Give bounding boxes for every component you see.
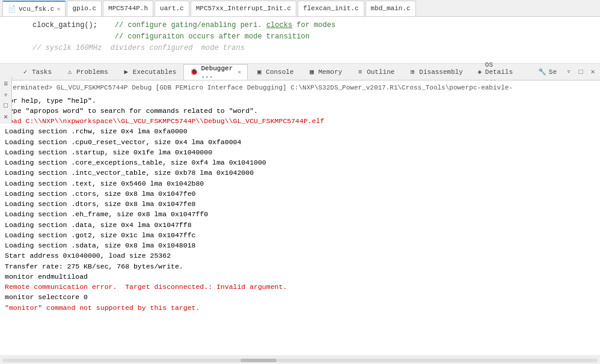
editor-tab-gpio[interactable]: gpio.c [67,1,102,16]
console-line-15: Start address 0x1040000, load size 25362 [5,250,595,261]
editor-tab-mbd-main[interactable]: mbd_main.c [366,1,416,16]
problems-icon: ⚠ [66,68,74,76]
console-line-8: Loading section .text, size 0x5460 lma 0… [5,178,595,189]
left-toolbar: ≡ ▿ □ ✕ [0,77,12,124]
panel-tab-disassembly[interactable]: ⊞ Disassembly [402,64,470,80]
console-icon: ▣ [255,68,263,76]
scrollbar-thumb[interactable] [240,359,277,362]
panel-tab-executables[interactable]: ▶ Executables [115,64,183,80]
panel-tab-outline-label: Outline [367,68,394,76]
editor-tabs-bar: 📄 vcu_fsk.c ✕ gpio.c MPC5744P.h uart.c M… [0,0,600,17]
osdetails-icon: ◈ [477,68,483,76]
console-line-10: Loading section .dtors, size 0x8 lma 0x1… [5,199,595,209]
minimize-button[interactable]: ▿ [564,67,574,77]
panel-tab-debugger-label: Debugger ... [201,65,233,79]
tab-label: vcu_fsk.c [19,5,54,13]
left-icon-4[interactable]: ✕ [1,112,11,121]
panel-tab-problems-label: Problems [76,68,108,76]
code-line-3: // sysclk 160MHz dividers configured mod… [0,42,600,53]
console-line-2: load C:\\NXP\\nxpworkspace\\GL_VCU_FSKMP… [5,116,595,126]
console-line-16: Transfer rate: 275 KB/sec, 768 bytes/wri… [5,261,595,271]
editor-tab-mpc57xx[interactable]: MPC57xx_Interrupt_Init.c [191,1,296,16]
tab-label: mbd_main.c [371,5,411,12]
console-line-0: For help, type "help". [5,96,595,106]
panel-tab-tasks[interactable]: ✓ Tasks [14,64,58,80]
code-line-2: // configuraiton occurs after mode trans… [0,31,600,42]
panel-tab-console-label: Console [266,68,293,76]
panel-tabs-row: ✓ Tasks ⚠ Problems ▶ Executables 🐞 Debug… [0,64,600,80]
editor-tab-vcu-fsk[interactable]: 📄 vcu_fsk.c ✕ [2,1,66,16]
outline-icon: ≡ [356,68,364,76]
panel-tab-outline[interactable]: ≡ Outline [349,64,401,80]
tab-label: gpio.c [72,5,96,12]
panel-tab-memory-label: Memory [319,68,343,76]
scrollbar-track[interactable] [2,359,598,362]
panel-controls: ▿ □ ✕ [564,67,598,77]
tasks-icon: ✓ [21,68,29,76]
horizontal-scrollbar[interactable] [0,356,600,364]
executables-icon: ▶ [122,68,130,76]
panel-tab-se[interactable]: 🔧 Se [531,64,563,80]
console-line-13: Loading section .got2, size 0x1c lma 0x1… [5,230,595,240]
console-line-6: Loading section .core_exceptions_table, … [5,157,595,168]
se-icon: 🔧 [538,68,546,76]
console-line-4: Loading section .cpu0_reset_vector, size… [5,137,595,147]
code-editor: clock_gating(); // configure gating/enab… [0,17,600,64]
panel-tab-se-label: Se [549,68,557,76]
close-panel-button[interactable]: ✕ [588,67,598,77]
left-icon-1[interactable]: ≡ [1,79,11,89]
console-line-19: monitor selectcore 0 [5,292,595,302]
terminated-header: <terminated> GL_VCU_FSKMPC5744P Debug [G… [5,83,595,93]
panel-tab-disassembly-label: Disassembly [419,68,463,76]
left-icon-2[interactable]: ▿ [1,90,11,100]
debugger-tab-close-icon[interactable]: ✕ [237,68,241,76]
console-line-11: Loading section .eh_frame, size 0x8 lma … [5,209,595,219]
memory-icon: ▦ [308,68,316,76]
tab-file-icon: 📄 [8,5,16,13]
panel-area: ≡ ▿ □ ✕ ✓ Tasks ⚠ Problems ▶ Executables… [0,64,600,364]
tab-label: MPC57xx_Interrupt_Init.c [196,5,291,12]
console-line-12: Loading section .data, size 0x4 lma 0x10… [5,220,595,230]
editor-tab-flexcan[interactable]: flexcan_init.c [298,1,364,16]
tab-label: flexcan_init.c [303,5,358,12]
console-line-20: "monitor" command not supported by this … [5,303,595,313]
panel-tab-tasks-label: Tasks [32,68,52,76]
panel-tab-memory[interactable]: ▦ Memory [301,64,349,80]
panel-tab-problems[interactable]: ⚠ Problems [59,64,115,80]
panel-tab-debugger[interactable]: 🐞 Debugger ... ✕ [183,64,248,80]
console-line-7: Loading section .intc_vector_table, size… [5,168,595,178]
console-line-17: monitor endmultiload [5,271,595,282]
console-line-5: Loading section .startup, size 0x1fe lma… [5,147,595,157]
editor-tab-uart[interactable]: uart.c [155,1,189,16]
console-content: <terminated> GL_VCU_FSKMPC5744P Debug [G… [0,80,600,356]
app-wrapper: 📄 vcu_fsk.c ✕ gpio.c MPC5744P.h uart.c M… [0,0,600,364]
debugger-icon: 🐞 [190,68,198,76]
left-icon-3[interactable]: □ [1,101,11,111]
console-line-9: Loading section .ctors, size 0x8 lma 0x1… [5,189,595,199]
editor-tab-mpc5744p[interactable]: MPC5744P.h [103,1,153,16]
code-line-1: clock_gating(); // configure gating/enab… [0,19,600,31]
panel-tab-osdetails[interactable]: ◈ OS Details ... [470,64,531,80]
panel-tab-console[interactable]: ▣ Console [248,64,300,80]
tab-label: uart.c [160,5,184,12]
console-line-1: Type "apropos word" to search for comman… [5,106,595,116]
console-line-3: Loading section .rchw, size 0x4 lma 0xfa… [5,126,595,136]
panel-tab-osdetails-label: OS Details ... [485,61,524,83]
panel-tab-executables-label: Executables [133,68,177,76]
close-icon[interactable]: ✕ [57,5,60,13]
tab-label: MPC5744P.h [108,5,148,12]
console-line-14: Loading section .sdata, size 0x8 lma 0x1… [5,240,595,250]
console-line-18: Remote communication error. Target disco… [5,282,595,292]
maximize-button[interactable]: □ [576,67,586,77]
disassembly-icon: ⊞ [408,68,417,76]
